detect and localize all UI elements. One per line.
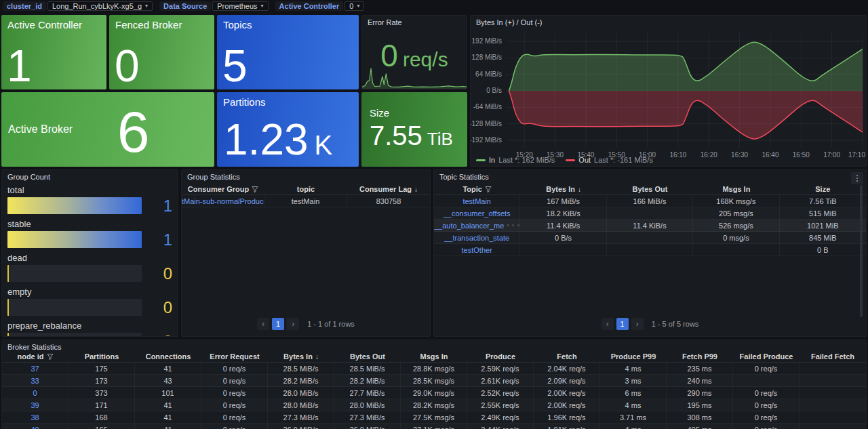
cell-link[interactable]: 0: [33, 389, 37, 397]
column-header[interactable]: Bytes Out: [607, 184, 693, 195]
cell-link[interactable]: __transaction_state: [444, 234, 509, 242]
table-cell: 28.0 MiB/s: [334, 399, 401, 411]
error-rate-value: 0 req/s: [362, 40, 467, 71]
table-cell[interactable]: 40: [2, 424, 68, 429]
legend-item[interactable]: InLast *: 162 MiB/s: [476, 156, 555, 164]
table-cell: 165: [68, 424, 135, 429]
cell-value: 2.00K req/s: [547, 401, 585, 409]
table-cell: 41: [135, 363, 201, 374]
table-cell: 28.0 MiB/s: [268, 387, 334, 399]
column-header[interactable]: Msgs In: [693, 184, 779, 195]
svg-text:16:30: 16:30: [731, 151, 748, 159]
table-cell[interactable]: 0: [2, 387, 68, 399]
sort-desc-icon[interactable]: ↓: [414, 186, 418, 193]
cell-value: 28.5 MiB/s: [283, 365, 319, 373]
stat-value: 7.55: [370, 122, 422, 149]
stat-title: Size: [370, 107, 389, 119]
table-cell[interactable]: 38: [2, 411, 68, 423]
column-header[interactable]: Produce: [467, 351, 534, 362]
sort-desc-icon[interactable]: ↓: [578, 186, 581, 193]
table-cell[interactable]: __auto_balancer_me: [434, 220, 520, 231]
table-cell[interactable]: __transaction_state: [434, 232, 520, 243]
page-number-button[interactable]: 1: [272, 318, 284, 330]
table-cell[interactable]: 33: [2, 375, 68, 386]
table-cell: 235 ms: [667, 363, 733, 374]
cell-value: 2.49K req/s: [481, 413, 519, 422]
column-header[interactable]: Topic: [434, 184, 520, 195]
stat-title: Topics: [223, 19, 252, 30]
column-header[interactable]: Consumer Group: [182, 184, 264, 195]
legend-item[interactable]: OutLast *: -161 MiB/s: [566, 156, 653, 164]
svg-text:16:20: 16:20: [701, 151, 717, 159]
stat-unit: K: [315, 130, 333, 161]
column-header[interactable]: Error Request: [201, 351, 268, 362]
sort-desc-icon[interactable]: ↓: [315, 353, 319, 361]
next-page-button[interactable]: ›: [631, 318, 644, 330]
table-cell: 4 ms: [600, 399, 667, 411]
column-header[interactable]: Connections: [135, 351, 201, 362]
table-cell[interactable]: __consumer_offsets: [434, 207, 520, 219]
filter-icon[interactable]: [47, 353, 54, 360]
cell-value: 4 ms: [625, 401, 642, 409]
table-cell[interactable]: testMain-sub-normalProduce...: [182, 195, 264, 207]
cell-link[interactable]: testOther: [462, 246, 492, 254]
variable-select-data-source[interactable]: Prometheus ▾: [212, 1, 268, 11]
column-header-label: Error Request: [210, 352, 259, 361]
column-header[interactable]: topic: [264, 184, 347, 195]
prev-page-button[interactable]: ‹: [257, 318, 269, 330]
cell-link[interactable]: __auto_balancer_me: [434, 222, 504, 230]
page-number-button[interactable]: 1: [616, 318, 629, 330]
table-cell: 2.09K req/s: [534, 375, 600, 386]
scrollbar[interactable]: [860, 185, 863, 317]
column-header[interactable]: Bytes In↓: [520, 184, 606, 195]
table-cell: 0 req/s: [733, 387, 800, 399]
column-header-label: Produce: [486, 352, 515, 361]
pagination-summary: 1 - 1 of 1 rows: [307, 320, 355, 328]
column-header[interactable]: Msgs In: [401, 351, 467, 362]
column-header[interactable]: Failed Produce: [733, 351, 800, 362]
bar-gauge-row: empty0: [7, 287, 172, 316]
column-header[interactable]: Bytes In↓: [268, 351, 334, 362]
cell-link[interactable]: 37: [31, 365, 39, 373]
table-cell[interactable]: testMain: [434, 195, 520, 207]
panel-bytes-in-out-chart: Bytes In (+) / Out (-) 192 MiB/s128 MiB/…: [470, 15, 867, 167]
column-header[interactable]: Fetch: [534, 351, 600, 362]
cell-link[interactable]: 33: [31, 377, 39, 385]
cell-value: 6 ms: [625, 389, 642, 397]
zoom-out-icon[interactable]: [517, 222, 520, 229]
variable-select-cluster-id[interactable]: Long_Run_cybLkyK-xg5_g ▾: [47, 1, 153, 11]
column-header[interactable]: Bytes Out: [334, 351, 401, 362]
eye-icon[interactable]: [507, 222, 509, 228]
variable-select-active-controller[interactable]: 0 ▾: [344, 1, 364, 11]
cell-link[interactable]: testMain-sub-normalProduce...: [182, 197, 264, 205]
cell-value: 165: [95, 426, 107, 429]
column-header[interactable]: Produce P99: [600, 351, 667, 362]
filter-icon[interactable]: [252, 186, 258, 192]
column-header[interactable]: Consumer Lag↓: [347, 184, 430, 195]
column-header[interactable]: Fetch P99: [667, 351, 733, 362]
table-row: testMain-sub-normalProduce...testMain830…: [182, 195, 430, 207]
column-header[interactable]: Size: [780, 184, 866, 195]
next-page-button[interactable]: ›: [287, 318, 299, 330]
cell-link[interactable]: 40: [31, 426, 39, 429]
cell-value: 43: [163, 377, 172, 385]
table-cell: 28.0 MiB/s: [268, 399, 334, 411]
table-cell: 41: [135, 411, 201, 423]
table-cell[interactable]: 39: [2, 399, 68, 411]
column-header[interactable]: Partitions: [68, 351, 135, 362]
table-cell[interactable]: testOther: [434, 244, 520, 256]
cell-link[interactable]: testMain: [462, 197, 491, 205]
cell-link[interactable]: 38: [31, 413, 39, 422]
cell-link[interactable]: 39: [31, 401, 39, 409]
panel-topic-statistics: Topic Statistics TopicBytes In↓Bytes Out…: [433, 169, 867, 337]
zoom-in-icon[interactable]: [512, 222, 515, 229]
panel-menu-icon[interactable]: [851, 172, 863, 184]
column-header[interactable]: Failed Fetch: [800, 351, 866, 362]
cell-value: 0 req/s: [755, 365, 778, 373]
table-cell[interactable]: 37: [2, 363, 68, 374]
column-header[interactable]: node id: [2, 351, 68, 362]
cell-link[interactable]: __consumer_offsets: [443, 209, 511, 218]
stat-value: 6: [117, 102, 150, 161]
filter-icon[interactable]: [485, 186, 492, 192]
prev-page-button[interactable]: ‹: [601, 318, 614, 330]
